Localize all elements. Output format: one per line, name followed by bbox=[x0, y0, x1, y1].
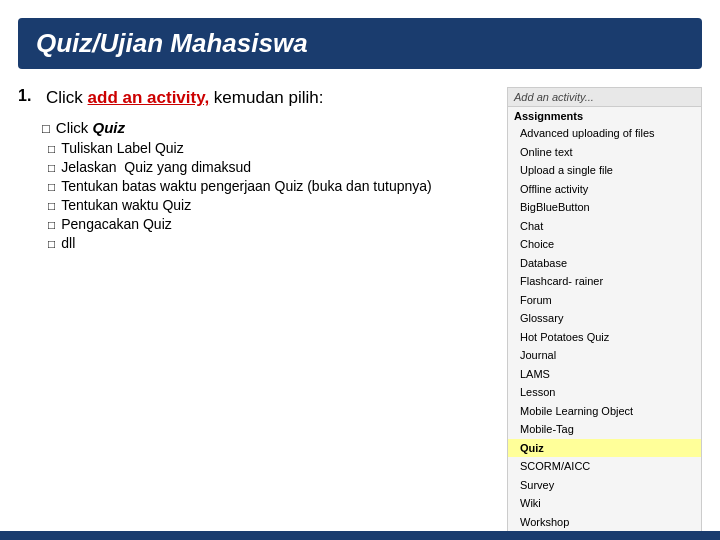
footer: INSTITUT PERTANIAN BOGOR http://lms.ipb.… bbox=[0, 531, 720, 540]
step-text: Click add an activity, kemudan pilih: bbox=[46, 87, 323, 109]
nested-item-6: □ dll bbox=[48, 235, 497, 251]
slide-title: Quiz/Ujian Mahasiswa bbox=[36, 28, 684, 59]
sub-list: □ Click Quiz bbox=[42, 119, 497, 136]
slide: Quiz/Ujian Mahasiswa 1. Click add an act… bbox=[0, 18, 720, 540]
menu-item[interactable]: Upload a single file bbox=[508, 161, 701, 180]
bullet-icon: □ bbox=[48, 180, 55, 194]
bullet-icon: □ bbox=[48, 237, 55, 251]
nested-label: Pengacakan Quiz bbox=[61, 216, 172, 232]
nested-label: Tuliskan Label Quiz bbox=[61, 140, 183, 156]
bullet-icon: □ bbox=[48, 142, 55, 156]
bullet-icon: □ bbox=[48, 199, 55, 213]
sub-item-label: Click Quiz bbox=[56, 119, 125, 136]
menu-item[interactable]: Lesson bbox=[508, 383, 701, 402]
menu-item[interactable]: Hot Potatoes Quiz bbox=[508, 328, 701, 347]
sub-item-quiz: □ Click Quiz bbox=[42, 119, 497, 136]
menu-item[interactable]: LAMS bbox=[508, 365, 701, 384]
menu-item[interactable]: Offline activity bbox=[508, 180, 701, 199]
menu-item[interactable]: Online text bbox=[508, 143, 701, 162]
section-title: Assignments bbox=[508, 107, 701, 124]
bullet-icon: □ bbox=[48, 218, 55, 232]
bullet-icon: □ bbox=[42, 121, 50, 136]
menu-item[interactable]: Mobile-Tag bbox=[508, 420, 701, 439]
step-after-text: kemudan pilih: bbox=[214, 88, 324, 107]
menu-item[interactable]: Survey bbox=[508, 476, 701, 495]
menu-item[interactable]: Choice bbox=[508, 235, 701, 254]
menu-item[interactable]: Workshop bbox=[508, 513, 701, 532]
step-number: 1. bbox=[18, 87, 40, 105]
menu-items-list: Advanced uploading of files Online text … bbox=[508, 124, 701, 531]
nested-list: □ Tuliskan Label Quiz □ Jelaskan Quiz ya… bbox=[48, 140, 497, 251]
menu-item[interactable]: Glossary bbox=[508, 309, 701, 328]
bullet-icon: □ bbox=[48, 161, 55, 175]
nested-item-4: □ Tentukan waktu Quiz bbox=[48, 197, 497, 213]
menu-item[interactable]: Forum bbox=[508, 291, 701, 310]
nested-item-5: □ Pengacakan Quiz bbox=[48, 216, 497, 232]
menu-item[interactable]: Chat bbox=[508, 217, 701, 236]
menu-item[interactable]: Wiki bbox=[508, 494, 701, 513]
menu-item[interactable]: BigBlueButton bbox=[508, 198, 701, 217]
nested-label: dll bbox=[61, 235, 75, 251]
panel-title: Add an activity... bbox=[508, 88, 701, 107]
menu-item[interactable]: Journal bbox=[508, 346, 701, 365]
nested-item-2: □ Jelaskan Quiz yang dimaksud bbox=[48, 159, 497, 175]
step-bold-text: add an activity, bbox=[88, 88, 210, 107]
activity-menu-panel: Add an activity... Assignments Advanced … bbox=[507, 87, 702, 532]
menu-item[interactable]: SCORM/AICC bbox=[508, 457, 701, 476]
menu-item[interactable]: Mobile Learning Object bbox=[508, 402, 701, 421]
main-content: 1. Click add an activity, kemudan pilih:… bbox=[18, 87, 702, 532]
nested-item-3: □ Tentukan batas waktu pengerjaan Quiz (… bbox=[48, 178, 497, 194]
step-1-row: 1. Click add an activity, kemudan pilih: bbox=[18, 87, 497, 109]
nested-label: Tentukan batas waktu pengerjaan Quiz (bu… bbox=[61, 178, 431, 194]
nested-label: Jelaskan Quiz yang dimaksud bbox=[61, 159, 251, 175]
menu-item-quiz-highlighted[interactable]: Quiz bbox=[508, 439, 701, 458]
left-content: 1. Click add an activity, kemudan pilih:… bbox=[18, 87, 497, 532]
menu-item[interactable]: Flashcard- rainer bbox=[508, 272, 701, 291]
menu-item[interactable]: Database bbox=[508, 254, 701, 273]
menu-item[interactable]: Advanced uploading of files bbox=[508, 124, 701, 143]
nested-item-1: □ Tuliskan Label Quiz bbox=[48, 140, 497, 156]
nested-label: Tentukan waktu Quiz bbox=[61, 197, 191, 213]
title-bar: Quiz/Ujian Mahasiswa bbox=[18, 18, 702, 69]
